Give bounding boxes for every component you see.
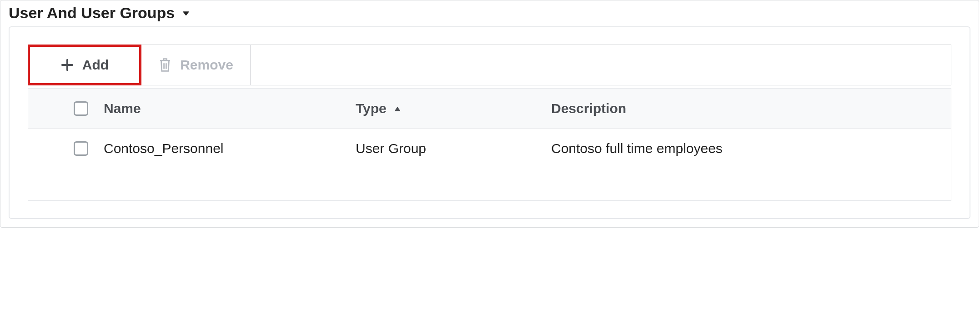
sort-asc-icon: [393, 105, 402, 112]
column-header-description[interactable]: Description: [551, 101, 937, 116]
cell-name: Contoso_Personnel: [104, 141, 224, 156]
cell-description: Contoso full time employees: [551, 141, 723, 156]
remove-button[interactable]: Remove: [141, 45, 251, 85]
column-header-type-label: Type: [356, 101, 387, 116]
plus-icon: [60, 58, 74, 72]
cell-type: User Group: [356, 141, 426, 156]
chevron-down-icon: [181, 8, 191, 18]
remove-button-label: Remove: [180, 57, 233, 73]
add-button-label: Add: [82, 57, 109, 73]
section-title: User And User Groups: [9, 4, 175, 22]
section-panel: User And User Groups Add: [0, 0, 979, 228]
inner-panel: Add Remove: [9, 26, 970, 219]
section-header[interactable]: User And User Groups: [9, 0, 970, 26]
toolbar: Add Remove: [28, 45, 951, 85]
add-button[interactable]: Add: [28, 45, 141, 85]
table-header-row: Name Type Description: [28, 89, 951, 129]
select-all-checkbox[interactable]: [74, 101, 88, 116]
user-groups-table: Name Type Description: [28, 88, 951, 201]
row-checkbox[interactable]: [74, 141, 88, 156]
table-row[interactable]: Contoso_Personnel User Group Contoso ful…: [28, 129, 951, 169]
trash-icon: [158, 57, 172, 73]
toolbar-spacer: [251, 45, 951, 85]
column-header-type[interactable]: Type: [356, 101, 551, 116]
table-empty-space: [28, 169, 951, 200]
column-header-description-label: Description: [551, 101, 626, 116]
column-header-name-label: Name: [104, 101, 141, 116]
column-header-name[interactable]: Name: [101, 101, 356, 116]
